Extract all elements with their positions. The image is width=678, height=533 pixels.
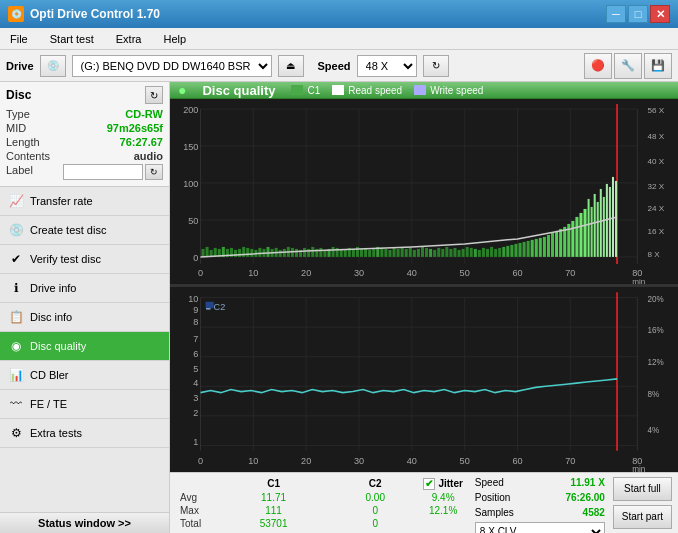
status-window-button[interactable]: Status window >> [0, 512, 169, 533]
menu-file[interactable]: File [4, 31, 34, 47]
start-part-button[interactable]: Start part [613, 505, 672, 529]
svg-rect-117 [523, 242, 526, 257]
svg-text:5: 5 [193, 363, 198, 373]
svg-rect-105 [474, 249, 477, 257]
svg-text:10: 10 [248, 456, 258, 466]
maximize-button[interactable]: □ [628, 5, 648, 23]
svg-rect-125 [555, 231, 558, 257]
menu-help[interactable]: Help [157, 31, 192, 47]
nav-item-drive-info[interactable]: ℹ Drive info [0, 274, 169, 303]
max-c2: 0 [331, 504, 419, 517]
read-speed-legend-label: Read speed [348, 85, 402, 96]
svg-rect-116 [518, 243, 521, 257]
start-full-button[interactable]: Start full [613, 477, 672, 501]
svg-rect-130 [575, 217, 578, 257]
toolbar-btn-3[interactable]: 💾 [644, 53, 672, 79]
nav-label-transfer-rate: Transfer rate [30, 195, 93, 207]
jitter-check-box[interactable]: ✔ [423, 478, 435, 490]
svg-rect-73 [344, 250, 347, 257]
nav-item-cd-bler[interactable]: 📊 CD Bler [0, 361, 169, 390]
svg-text:min: min [632, 277, 645, 284]
svg-text:70: 70 [565, 456, 575, 466]
speed-apply-btn[interactable]: ↻ [423, 55, 449, 77]
svg-rect-54 [267, 247, 270, 257]
svg-rect-102 [462, 249, 465, 257]
svg-rect-57 [279, 250, 282, 257]
disc-type-value: CD-RW [125, 108, 163, 120]
toolbar-btn-2[interactable]: 🔧 [614, 53, 642, 79]
svg-rect-106 [478, 250, 481, 257]
svg-text:48 X: 48 X [648, 132, 665, 141]
disc-label-input[interactable] [63, 164, 143, 180]
svg-text:0: 0 [193, 253, 198, 263]
menubar: File Start test Extra Help [0, 28, 678, 50]
svg-rect-132 [584, 209, 587, 257]
nav-item-extra-tests[interactable]: ⚙ Extra tests [0, 419, 169, 448]
controls-inner: C1 C2 ✔ Jitter [176, 477, 672, 533]
drive-eject-btn[interactable]: ⏏ [278, 55, 304, 77]
nav-item-create-test-disc[interactable]: 💿 Create test disc [0, 216, 169, 245]
svg-rect-138 [603, 197, 605, 257]
nav-label-cd-bler: CD Bler [30, 369, 69, 381]
svg-rect-99 [449, 249, 452, 257]
svg-rect-133 [588, 199, 590, 257]
svg-text:4%: 4% [648, 425, 660, 435]
drive-icon-btn[interactable]: 💿 [40, 55, 66, 77]
samples-value: 4582 [583, 507, 605, 518]
svg-text:10: 10 [248, 268, 258, 278]
toolbar-btn-1[interactable]: 🔴 [584, 53, 612, 79]
svg-rect-79 [368, 250, 371, 257]
speed-row: Speed 11.91 X [475, 477, 605, 488]
svg-rect-48 [242, 247, 245, 257]
samples-row: Samples 4582 [475, 507, 605, 518]
avg-c1: 11.71 [216, 491, 331, 504]
disc-label-refresh-btn[interactable]: ↻ [145, 164, 163, 180]
disc-label-input-group: ↻ [63, 164, 163, 180]
svg-rect-122 [543, 237, 546, 257]
svg-text:20: 20 [301, 268, 311, 278]
svg-rect-119 [531, 240, 534, 257]
legend-c1: C1 [291, 85, 320, 96]
drive-select[interactable]: (G:) BENQ DVD DD DW1640 BSRB [72, 55, 272, 77]
svg-text:10: 10 [188, 294, 198, 304]
nav-item-disc-quality[interactable]: ◉ Disc quality [0, 332, 169, 361]
speed-info: Speed 11.91 X Position 76:26.00 Samples … [475, 477, 605, 533]
disc-refresh-btn[interactable]: ↻ [145, 86, 163, 104]
nav-item-disc-info[interactable]: 📋 Disc info [0, 303, 169, 332]
svg-rect-103 [466, 247, 469, 257]
svg-text:50: 50 [460, 268, 470, 278]
minimize-button[interactable]: ─ [606, 5, 626, 23]
stats-total-row: Total 53701 0 [176, 517, 467, 530]
nav-item-verify-test-disc[interactable]: ✔ Verify test disc [0, 245, 169, 274]
nav-item-transfer-rate[interactable]: 📈 Transfer rate [0, 187, 169, 216]
svg-text:3: 3 [193, 393, 198, 403]
svg-rect-92 [421, 247, 424, 257]
disc-mid-value: 97m26s65f [107, 122, 163, 134]
titlebar-left: 💿 Opti Drive Control 1.70 [8, 6, 160, 22]
jitter-checkbox[interactable]: ✔ Jitter [423, 478, 462, 490]
svg-rect-108 [486, 249, 489, 257]
svg-rect-38 [201, 249, 204, 257]
jitter-check-mark: ✔ [425, 478, 433, 489]
svg-rect-94 [429, 249, 432, 257]
svg-rect-111 [498, 248, 501, 257]
toolbar-icons: 🔴 🔧 💾 [584, 53, 672, 79]
close-button[interactable]: ✕ [650, 5, 670, 23]
clv-select[interactable]: 8 X CLV [475, 522, 605, 533]
nav-label-fe-te: FE / TE [30, 398, 67, 410]
svg-text:200: 200 [183, 105, 198, 115]
svg-text:1: 1 [193, 437, 198, 447]
speed-select[interactable]: 48 X [357, 55, 417, 77]
svg-rect-112 [502, 247, 505, 257]
menu-extra[interactable]: Extra [110, 31, 148, 47]
nav-item-fe-te[interactable]: 〰 FE / TE [0, 390, 169, 419]
svg-text:30: 30 [354, 268, 364, 278]
max-jitter: 12.1% [419, 504, 466, 517]
svg-rect-77 [360, 249, 363, 257]
menu-start-test[interactable]: Start test [44, 31, 100, 47]
nav-label-drive-info: Drive info [30, 282, 76, 294]
svg-rect-80 [372, 249, 375, 257]
disc-mid-label: MID [6, 122, 26, 134]
svg-text:0: 0 [198, 268, 203, 278]
svg-rect-50 [250, 249, 253, 257]
